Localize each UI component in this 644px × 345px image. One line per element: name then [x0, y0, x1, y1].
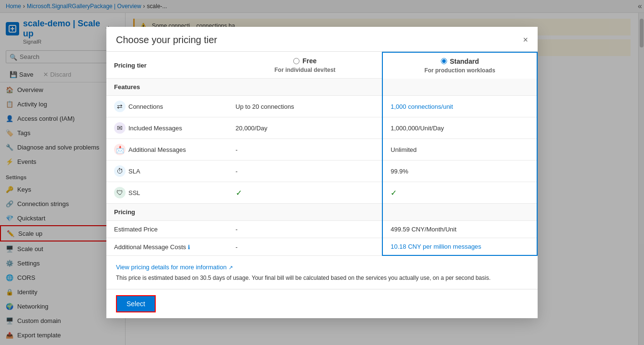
pricing-tier-modal: Choose your pricing tier × Pricing tier: [106, 27, 538, 319]
modal-footer: Select: [106, 289, 538, 318]
col-header-feature: Pricing tier: [106, 52, 228, 79]
modal-body: Pricing tier Free For individual dev/tes…: [106, 52, 538, 289]
col-header-free: Free For individual dev/test: [228, 52, 383, 79]
sla-icon: ⏱: [114, 165, 126, 177]
col-header-standard: Standard For production workloads: [382, 52, 537, 79]
estimated-price-row: Estimated Price - 499.59 CNY/Month/Unit: [106, 221, 537, 238]
standard-tier-option[interactable]: Standard: [391, 58, 529, 65]
included-messages-row: ✉ Included Messages 20,000/Day 1,000,000…: [106, 117, 537, 139]
pricing-section-header: Pricing: [106, 204, 537, 221]
ssl-standard-check: ✓: [391, 189, 397, 197]
connections-standard-link[interactable]: 1,000 connections/unit: [391, 103, 453, 110]
additional-costs-link[interactable]: 10.18 CNY per million messages: [391, 243, 481, 250]
connections-icon: ⇄: [114, 101, 126, 112]
free-tier-option[interactable]: Free: [236, 57, 375, 65]
modal-overlay[interactable]: Choose your pricing tier × Pricing tier: [0, 0, 644, 345]
connections-row: ⇄ Connections Up to 20 connections 1,000…: [106, 96, 537, 117]
modal-title: Choose your pricing tier: [116, 34, 217, 46]
ssl-icon: 🛡: [114, 187, 126, 198]
additional-message-costs-row: Additional Message Costs ℹ - 10.18 CNY p…: [106, 238, 537, 256]
additional-messages-row: 📩 Additional Messages - Unlimited: [106, 139, 537, 161]
select-button[interactable]: Select: [116, 295, 156, 312]
modal-close-button[interactable]: ×: [523, 35, 528, 45]
ssl-free-check: ✓: [236, 189, 242, 197]
included-messages-icon: ✉: [114, 122, 126, 134]
modal-pricing-info: View pricing details for more informatio…: [106, 256, 538, 289]
pricing-note: This price is estimated based on 30.5 da…: [116, 275, 528, 281]
modal-header: Choose your pricing tier ×: [106, 27, 538, 52]
pricing-table: Pricing tier Free For individual dev/tes…: [106, 52, 538, 256]
free-radio[interactable]: [293, 58, 299, 64]
ssl-row: 🛡 SSL ✓ ✓: [106, 182, 537, 204]
external-link-icon: ↗: [229, 264, 233, 270]
additional-messages-icon: 📩: [114, 144, 126, 155]
additional-costs-info-icon[interactable]: ℹ: [188, 244, 190, 251]
sla-row: ⏱ SLA - 99.9%: [106, 161, 537, 182]
pricing-details-link[interactable]: View pricing details for more informatio…: [116, 264, 233, 271]
features-section-header: Features: [106, 79, 537, 96]
standard-radio[interactable]: [441, 58, 447, 64]
